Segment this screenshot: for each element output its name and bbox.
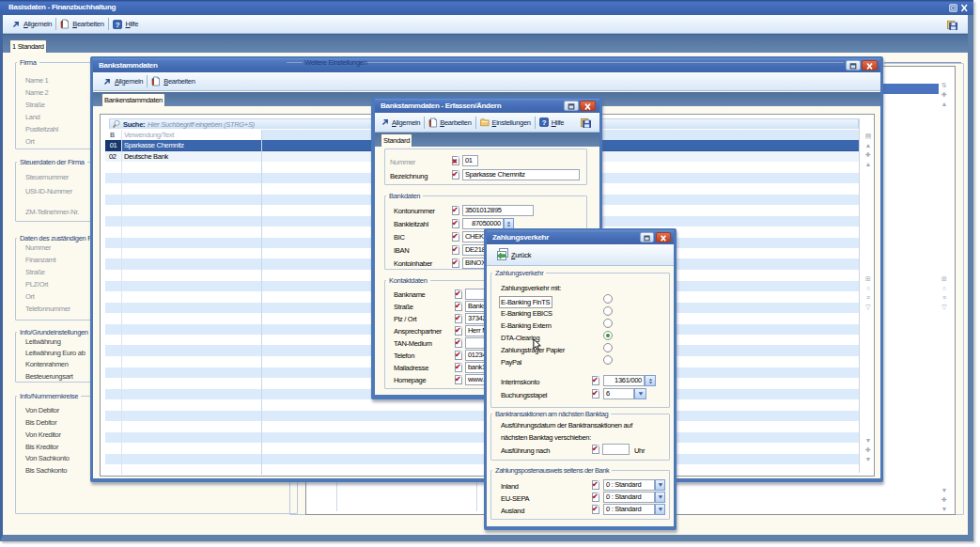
svg-text:?: ? — [541, 118, 546, 127]
svg-text:?: ? — [115, 20, 119, 28]
